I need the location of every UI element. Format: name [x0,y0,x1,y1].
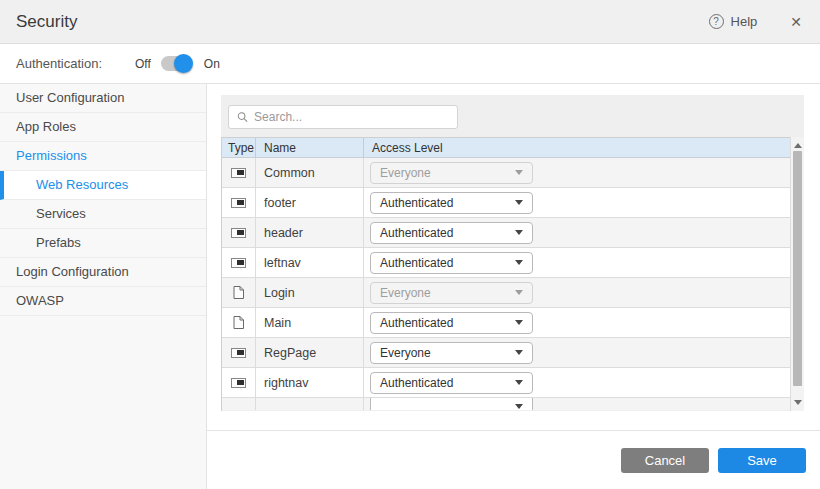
sidebar-item-owasp[interactable]: OWASP [0,287,206,316]
access-level-value: Authenticated [380,226,453,240]
access-level-dropdown[interactable]: Everyone [370,162,533,184]
access-level-dropdown[interactable]: Authenticated [370,372,533,394]
toggle-off-label: Off [135,57,151,71]
access-level-cell: Authenticated [364,368,790,397]
access-level-dropdown[interactable] [370,398,533,410]
partial-icon [231,348,246,358]
table-row: rightnav Authenticated [222,368,790,398]
access-level-cell: Authenticated [364,248,790,277]
scrollbar-thumb[interactable] [793,151,802,386]
access-level-value: Authenticated [380,256,453,270]
type-cell [222,398,256,410]
sidebar-item-label: Login Configuration [16,264,129,279]
sidebar: User Configuration App Roles Permissions… [0,84,207,489]
access-level-cell: Authenticated [364,218,790,247]
access-level-value: Authenticated [380,376,453,390]
partial-icon [231,228,246,238]
type-cell [222,218,256,247]
close-icon[interactable]: ✕ [790,14,802,30]
cancel-button[interactable]: Cancel [621,448,709,473]
vertical-scrollbar[interactable] [791,137,804,411]
column-header-access-level: Access Level [364,138,790,157]
chevron-down-icon [515,200,523,205]
toggle-on-label: On [204,57,220,71]
type-cell [222,308,256,337]
table-row: Login Everyone [222,278,790,308]
search-input[interactable] [254,110,449,124]
chevron-down-icon [515,260,523,265]
resource-name: Main [256,308,364,337]
resource-name [256,398,364,410]
save-button[interactable]: Save [718,448,806,473]
security-dialog: Security ? Help ✕ Authentication: Off On… [0,0,820,489]
access-level-value: Authenticated [380,196,453,210]
authentication-toggle[interactable] [161,56,191,71]
sidebar-item-app-roles[interactable]: App Roles [0,113,206,142]
authentication-bar: Authentication: Off On [0,44,820,84]
partial-icon [231,378,246,388]
table-header-row: Type Name Access Level [222,137,790,158]
access-level-cell: Authenticated [364,188,790,217]
access-level-dropdown[interactable]: Everyone [370,342,533,364]
access-level-cell: Everyone [364,278,790,307]
sidebar-item-permissions[interactable]: Permissions [0,142,206,171]
help-link[interactable]: Help [731,14,758,29]
table-row: header Authenticated [222,218,790,248]
access-level-dropdown[interactable]: Authenticated [370,252,533,274]
permissions-panel: Type Name Access Level Common Everyone [221,95,804,411]
header-actions: ? Help ✕ [709,14,802,30]
access-level-value: Everyone [380,166,431,180]
partial-icon [231,198,246,208]
sidebar-item-services[interactable]: Services [0,200,206,229]
sidebar-item-label: Web Resources [36,177,128,192]
scroll-down-arrow-icon[interactable] [794,400,802,405]
table-row: Main Authenticated [222,308,790,338]
type-cell [222,158,256,187]
search-icon [237,111,248,123]
partial-icon [231,168,246,178]
help-icon[interactable]: ? [709,14,724,29]
access-level-value: Everyone [380,346,431,360]
table-row: leftnav Authenticated [222,248,790,278]
resource-name: leftnav [256,248,364,277]
partial-icon [231,258,246,268]
resource-name: Login [256,278,364,307]
table-row: Common Everyone [222,158,790,188]
sidebar-item-label: Prefabs [36,235,81,250]
page-title: Security [16,12,77,32]
sidebar-item-label: Services [36,206,86,221]
access-level-dropdown[interactable]: Authenticated [370,192,533,214]
chevron-down-icon [515,230,523,235]
resource-name: header [256,218,364,247]
access-level-cell: Everyone [364,158,790,187]
column-header-type: Type [222,138,256,157]
type-cell [222,248,256,277]
resource-name: rightnav [256,368,364,397]
chevron-down-icon [515,380,523,385]
chevron-down-icon [515,320,523,325]
sidebar-item-user-configuration[interactable]: User Configuration [0,84,206,113]
access-level-cell: Authenticated [364,308,790,337]
resource-name: RegPage [256,338,364,367]
scroll-up-arrow-icon[interactable] [794,143,802,148]
type-cell [222,188,256,217]
main-content: Type Name Access Level Common Everyone [207,84,820,489]
access-level-dropdown[interactable]: Authenticated [370,312,533,334]
table-row: footer Authenticated [222,188,790,218]
table-body: Common Everyone footer Authenticated [222,158,790,410]
sidebar-item-login-configuration[interactable]: Login Configuration [0,258,206,287]
page-icon [233,286,244,299]
access-level-dropdown[interactable]: Authenticated [370,222,533,244]
column-header-name: Name [256,138,364,157]
sidebar-item-web-resources[interactable]: Web Resources [0,171,206,200]
access-level-value: Authenticated [380,316,453,330]
search-box [228,105,458,129]
access-level-dropdown[interactable]: Everyone [370,282,533,304]
dialog-header: Security ? Help ✕ [0,0,820,44]
sidebar-item-prefabs[interactable]: Prefabs [0,229,206,258]
type-cell [222,338,256,367]
sidebar-item-label: App Roles [16,119,76,134]
resource-name: footer [256,188,364,217]
sidebar-item-label: User Configuration [16,90,124,105]
table-row [222,398,790,410]
